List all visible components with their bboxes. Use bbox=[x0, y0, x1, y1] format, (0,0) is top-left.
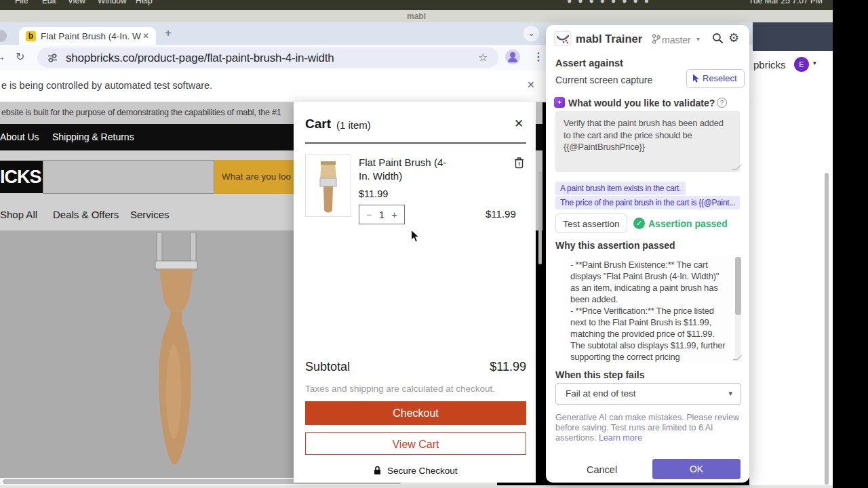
url-text: shopbricks.co/product-page/flat-paint-br… bbox=[66, 52, 334, 65]
menu-file[interactable]: File bbox=[15, 0, 28, 5]
assertion-prompt-textarea[interactable]: Verify that the paint brush has been add… bbox=[555, 111, 740, 172]
secure-checkout-row: Secure Checkout bbox=[305, 464, 526, 476]
cart-title: Cart bbox=[305, 117, 331, 131]
cart-panel: Cart (1 item) ✕ Flat Paint Brush (4-In. … bbox=[294, 102, 536, 483]
check-circle-icon: ✓ bbox=[633, 218, 645, 229]
view-cart-button[interactable]: View Cart bbox=[305, 432, 526, 455]
menu-help[interactable]: Help bbox=[136, 0, 153, 5]
menu-edit[interactable]: Edit bbox=[42, 0, 56, 5]
mabl-window-titlebar: mabl bbox=[0, 10, 833, 22]
nav-services[interactable]: Services bbox=[130, 209, 170, 220]
paint-brush-image bbox=[139, 232, 214, 478]
forward-icon[interactable]: → bbox=[0, 51, 5, 62]
disclaimer-text: Generative AI can make mistakes. Please … bbox=[555, 413, 739, 443]
macos-menubar: File Edit View Window Help ●●●●●●●● Tue … bbox=[0, 0, 833, 10]
quantity-stepper: − 1 + bbox=[359, 205, 405, 224]
taxes-note: Taxes and shipping are calculated at che… bbox=[305, 384, 495, 394]
bookmark-star-icon[interactable]: ☆ bbox=[478, 51, 488, 64]
branch-caret-icon[interactable]: ▾ bbox=[696, 35, 700, 43]
backdrop-dark-header bbox=[749, 22, 833, 51]
learn-more-link[interactable]: Learn more bbox=[599, 433, 642, 443]
mabl-logo-icon bbox=[554, 30, 572, 46]
reselect-button[interactable]: Reselect bbox=[686, 69, 745, 88]
site-settings-icon[interactable] bbox=[47, 53, 58, 63]
qty-value[interactable]: 1 bbox=[379, 209, 384, 220]
fail-mode-select[interactable]: Fail at end of test ▾ bbox=[555, 383, 741, 405]
nav-about-us[interactable]: About Us bbox=[0, 131, 39, 142]
menubar-status-icons: ●●●●●●●● bbox=[567, 0, 655, 5]
cart-line-total: $11.99 bbox=[486, 208, 516, 220]
infobar-text: e is being controlled by automated test … bbox=[1, 80, 212, 91]
test-assertion-button[interactable]: Test assertion bbox=[555, 214, 627, 233]
tab-close-icon[interactable]: ✕ bbox=[142, 31, 149, 41]
mabl-trainer-panel: mabl Trainer master ▾ ⚙ Assert against C… bbox=[546, 25, 749, 483]
search-gold-section[interactable]: What are you loo bbox=[214, 160, 294, 194]
tab-search-chevron-icon[interactable]: ⌄ bbox=[524, 26, 539, 41]
cancel-button[interactable]: Cancel bbox=[587, 464, 617, 475]
secure-checkout-label: Secure Checkout bbox=[387, 466, 458, 476]
suggestion-chip[interactable]: A paint brush item exists in the cart. bbox=[555, 182, 686, 195]
when-fails-label: When this step fails bbox=[555, 369, 644, 380]
ok-button[interactable]: OK bbox=[652, 459, 741, 479]
menubar-clock: Tue Mar 25 7:07 PM bbox=[749, 0, 823, 5]
help-icon[interactable]: ? bbox=[717, 98, 727, 108]
qty-plus-icon[interactable]: + bbox=[391, 209, 397, 220]
tab-favicon: b bbox=[26, 31, 36, 41]
validate-question-label: What would you like to validate? bbox=[568, 98, 715, 108]
infobar-close-icon[interactable]: ✕ bbox=[527, 79, 535, 90]
why-passed-text: - **Paint Brush Existence:** The cart di… bbox=[565, 255, 743, 363]
subtotal-label: Subtotal bbox=[305, 360, 350, 374]
cart-divider bbox=[305, 142, 526, 144]
extension-icon[interactable] bbox=[505, 49, 520, 64]
reload-icon[interactable]: ↻ bbox=[16, 50, 24, 63]
product-image-area bbox=[0, 230, 294, 478]
trainer-title: mabl Trainer bbox=[576, 33, 642, 45]
trainer-search-icon[interactable] bbox=[712, 33, 724, 44]
search-input[interactable] bbox=[43, 160, 214, 194]
avatar[interactable]: E bbox=[794, 57, 809, 72]
site-logo[interactable]: ICKS bbox=[0, 161, 43, 193]
nav-shipping-returns[interactable]: Shipping & Returns bbox=[52, 131, 134, 142]
why-passed-box[interactable]: - **Paint Brush Existence:** The cart di… bbox=[565, 255, 743, 363]
backdrop-scrollbar[interactable] bbox=[825, 173, 829, 485]
url-bar[interactable]: shopbricks.co/product-page/flat-paint-br… bbox=[37, 47, 498, 68]
account-name: pbricks bbox=[753, 59, 786, 70]
remove-item-trash-icon[interactable] bbox=[514, 157, 524, 169]
menu-view[interactable]: View bbox=[68, 0, 85, 5]
backdrop-page: pbricks E ▾ bbox=[749, 51, 833, 485]
nav-shop-all[interactable]: Shop All bbox=[0, 209, 37, 220]
nav-deals-offers[interactable]: Deals & Offers bbox=[53, 209, 119, 220]
new-tab-icon[interactable]: + bbox=[165, 26, 172, 40]
cart-item-thumbnail bbox=[305, 155, 351, 217]
subtotal-value: $11.99 bbox=[490, 360, 526, 374]
qty-minus-icon[interactable]: − bbox=[366, 209, 372, 220]
cart-item-name[interactable]: Flat Paint Brush (4-In. Width) bbox=[359, 156, 457, 183]
mabl-window-title: mabl bbox=[407, 12, 426, 21]
screen-edge bbox=[833, 0, 868, 488]
cart-item-price: $11.99 bbox=[359, 188, 388, 199]
cart-close-icon[interactable]: ✕ bbox=[514, 117, 524, 131]
screen: File Edit View Window Help ●●●●●●●● Tue … bbox=[0, 0, 868, 488]
select-caret-icon: ▾ bbox=[728, 389, 732, 398]
page-vscrollbar[interactable] bbox=[538, 171, 542, 264]
trainer-gear-icon[interactable]: ⚙ bbox=[728, 30, 739, 45]
search-placeholder: What are you loo bbox=[222, 171, 291, 182]
checkout-button[interactable]: Checkout bbox=[305, 401, 526, 425]
suggestion-chip[interactable]: The price of the paint brush in the cart… bbox=[555, 196, 740, 209]
branch-icon bbox=[652, 34, 660, 44]
fail-mode-value: Fail at end of test bbox=[566, 388, 636, 399]
why-passed-title: Why this assertion passed bbox=[555, 240, 675, 251]
assert-against-label: Assert against bbox=[555, 58, 623, 68]
branch-selector[interactable]: master bbox=[662, 35, 691, 45]
browser-menu-kebab-icon[interactable]: ⋮ bbox=[533, 50, 544, 63]
account-caret-icon[interactable]: ▾ bbox=[813, 60, 816, 66]
bottom-strip bbox=[0, 485, 833, 488]
tab-title: Flat Paint Brush (4-In. Width) bbox=[41, 31, 141, 41]
browser-tab[interactable]: b Flat Paint Brush (4-In. Width) ✕ bbox=[19, 27, 156, 45]
menu-window[interactable]: Window bbox=[98, 0, 127, 5]
tab-peek-circle bbox=[0, 30, 7, 42]
cursor-select-icon bbox=[692, 74, 700, 83]
genai-disclaimer: Generative AI can make mistakes. Please … bbox=[555, 413, 740, 443]
capture-label: Current screen capture bbox=[555, 75, 652, 85]
why-scrollbar[interactable] bbox=[735, 257, 741, 315]
